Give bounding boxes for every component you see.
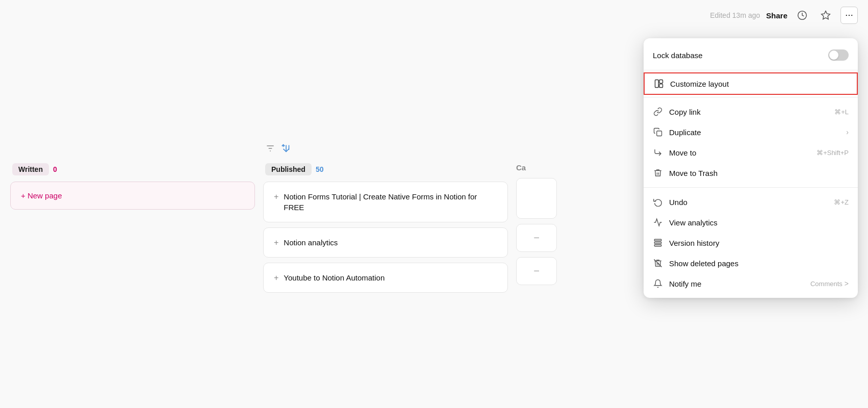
move-to-item[interactable]: Move to ⌘+Shift+P [644,142,858,163]
third-column-label: Ca [516,163,526,172]
lock-section: Lock database [644,38,858,70]
dropdown-menu: Lock database Customize layout [644,38,858,298]
svg-rect-12 [659,80,663,84]
move-to-left: Move to [653,147,696,158]
copy-link-item[interactable]: Copy link ⌘+L [644,101,858,122]
copy-link-left: Copy link [653,107,701,117]
card-title: Notion analytics [284,237,338,248]
list-item[interactable]: + Youtube to Notion Automation [263,263,508,293]
show-deleted-item[interactable]: Show deleted pages [644,253,858,273]
list-item[interactable]: + Notion analytics [263,227,508,258]
customize-layout-icon [654,79,664,89]
duplicate-arrow: › [846,128,849,136]
notify-sub-label: Comments [810,280,843,288]
card-title: Youtube to Notion Automation [284,272,385,283]
lock-toggle[interactable] [828,49,849,61]
new-page-button[interactable]: + New page [10,182,255,210]
duplicate-label: Duplicate [669,128,701,137]
customize-section: Customize layout [644,70,858,97]
written-column-header: Written 0 [10,163,255,175]
written-tag: Written [12,163,49,175]
more-options-button[interactable] [840,7,858,24]
written-count: 0 [53,165,57,173]
version-history-item[interactable]: Version history [644,233,858,253]
notify-arrow: > [845,279,849,288]
move-to-icon [653,147,663,158]
customize-layout-item[interactable]: Customize layout [644,72,858,95]
card-title: Notion Forms Tutorial | Create Native Fo… [284,191,497,213]
move-to-trash-item[interactable]: Move to Trash [644,163,858,183]
svg-marker-1 [822,11,830,19]
version-history-left: Version history [653,238,719,248]
actions-section: Undo ⌘+Z View analytics [644,187,858,298]
published-column: Published 50 + Notion Forms Tutorial | C… [263,163,508,298]
notify-me-item[interactable]: Notify me Comments > [644,273,858,294]
history-icon[interactable] [794,7,811,24]
svg-rect-16 [654,242,661,244]
undo-shortcut: ⌘+Z [834,198,849,206]
copy-link-label: Copy link [669,108,701,116]
move-to-shortcut: ⌘+Shift+P [816,149,849,157]
duplicate-icon [653,127,663,137]
duplicate-item[interactable]: Duplicate › [644,122,858,142]
undo-left: Undo [653,197,687,207]
share-button[interactable]: Share [766,11,787,20]
show-deleted-icon [653,258,663,268]
top-bar: Edited 13m ago Share [710,0,868,31]
card-plus-icon: + [274,192,278,201]
trash-icon [653,168,663,178]
third-column-card-stub-3: − [516,257,557,285]
sort-icon[interactable] [280,143,292,157]
move-to-trash-label: Move to Trash [669,169,718,177]
written-column: Written 0 + New page [10,163,255,298]
card-plus-icon: + [274,273,278,283]
svg-rect-11 [655,80,659,88]
move-to-trash-left: Move to Trash [653,168,718,178]
notify-sub-group: Comments > [810,279,849,288]
undo-item[interactable]: Undo ⌘+Z [644,192,858,212]
third-column-card-stub [516,178,557,219]
published-tag: Published [265,163,312,175]
board-columns: Written 0 + New page Published 50 + Noti… [10,163,557,298]
lock-database-row[interactable]: Lock database [644,42,858,66]
third-column-partial: Ca − − [516,163,557,298]
notify-me-label: Notify me [669,279,701,288]
show-deleted-label: Show deleted pages [669,259,738,268]
filter-icon[interactable] [265,143,275,156]
edited-timestamp: Edited 13m ago [710,11,760,19]
copy-link-icon [653,107,663,117]
view-analytics-item[interactable]: View analytics [644,212,858,233]
third-column-card-stub-2: − [516,224,557,252]
undo-icon [653,197,663,207]
view-analytics-label: View analytics [669,218,718,227]
move-to-label: Move to [669,148,696,157]
customize-layout-label: Customize layout [670,80,729,88]
version-history-icon [653,238,663,248]
svg-rect-14 [657,131,662,136]
svg-point-2 [846,15,847,16]
links-section: Copy link ⌘+L Duplicate › [644,97,858,187]
svg-rect-13 [659,84,663,88]
svg-point-3 [849,15,850,16]
published-count: 50 [316,165,324,173]
lock-database-label: Lock database [653,51,703,60]
version-history-label: Version history [669,239,719,247]
notify-me-left: Notify me [653,278,701,289]
view-analytics-left: View analytics [653,217,718,227]
third-column-header: Ca [516,163,557,172]
toggle-knob [829,50,838,60]
notify-icon [653,278,663,289]
analytics-icon [653,217,663,227]
svg-rect-17 [654,245,661,246]
filter-sort-bar [10,143,297,157]
undo-label: Undo [669,198,687,207]
list-item[interactable]: + Notion Forms Tutorial | Create Native … [263,182,508,222]
card-plus-icon: + [274,238,278,247]
duplicate-left: Duplicate [653,127,701,137]
copy-link-shortcut: ⌘+L [834,108,849,116]
svg-point-4 [851,15,852,16]
star-icon[interactable] [817,7,834,24]
show-deleted-left: Show deleted pages [653,258,738,268]
published-column-header: Published 50 [263,163,508,175]
svg-rect-15 [654,239,661,241]
